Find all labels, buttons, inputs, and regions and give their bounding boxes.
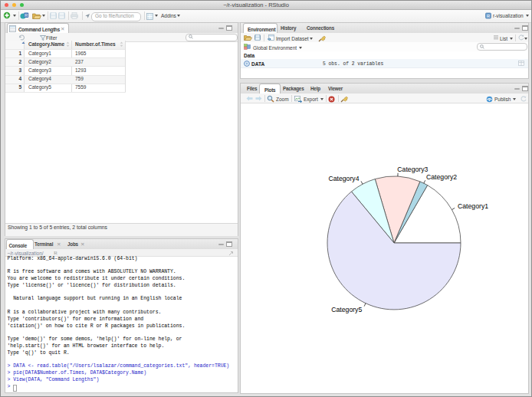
svg-text:Category2: Category2 — [426, 173, 457, 181]
svg-text:Category1: Category1 — [458, 202, 488, 210]
svg-text:Category3: Category3 — [397, 166, 428, 173]
svg-text:Category4: Category4 — [328, 175, 359, 182]
svg-text:R: R — [487, 14, 490, 18]
svg-text:R: R — [25, 13, 28, 18]
svg-text:Category5: Category5 — [331, 306, 362, 313]
